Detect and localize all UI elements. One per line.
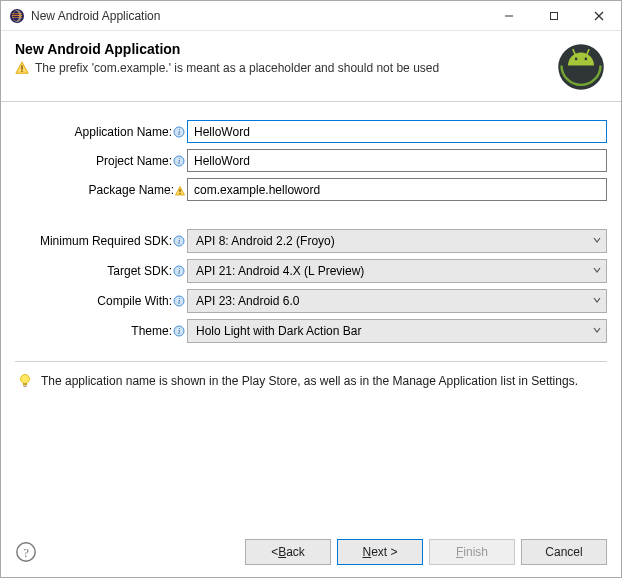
compile-with-select[interactable]: API 23: Android 6.0	[187, 289, 607, 313]
label-project-name: Project Name:	[96, 154, 172, 168]
back-button[interactable]: < Back	[245, 539, 331, 565]
info-icon[interactable]: i	[173, 235, 185, 247]
label-min-sdk: Minimum Required SDK:	[40, 234, 172, 248]
svg-point-33	[21, 375, 30, 384]
chevron-down-icon	[592, 264, 602, 278]
svg-text:i: i	[178, 297, 180, 306]
window-title: New Android Application	[31, 9, 486, 23]
svg-point-17	[585, 58, 588, 61]
label-application-name: Application Name:	[75, 125, 172, 139]
maximize-button[interactable]	[531, 1, 576, 30]
banner-heading: New Android Application	[15, 41, 547, 57]
label-theme: Theme:	[131, 324, 172, 338]
svg-rect-23	[179, 189, 180, 192]
svg-point-13	[558, 44, 604, 90]
cancel-button[interactable]: Cancel	[521, 539, 607, 565]
application-name-field[interactable]	[187, 120, 607, 143]
finish-button: Finish	[429, 539, 515, 565]
min-sdk-value: API 8: Android 2.2 (Froyo)	[196, 234, 592, 248]
titlebar: New Android Application	[1, 1, 621, 31]
minimize-button[interactable]	[486, 1, 531, 30]
android-icon	[555, 41, 607, 93]
wizard-banner: New Android Application The prefix 'com.…	[1, 31, 621, 102]
warning-icon	[175, 185, 185, 195]
svg-rect-5	[12, 17, 22, 18]
info-icon[interactable]: i	[173, 155, 185, 167]
min-sdk-select[interactable]: API 8: Android 2.2 (Froyo)	[187, 229, 607, 253]
compile-with-value: API 23: Android 6.0	[196, 294, 592, 308]
svg-rect-4	[12, 13, 22, 14]
svg-rect-24	[179, 193, 180, 194]
svg-text:i: i	[178, 157, 180, 166]
warning-icon	[15, 61, 29, 75]
chevron-down-icon	[592, 294, 602, 308]
target-sdk-select[interactable]: API 21: Android 4.X (L Preview)	[187, 259, 607, 283]
info-icon[interactable]: i	[173, 265, 185, 277]
svg-text:i: i	[178, 267, 180, 276]
svg-point-16	[575, 58, 578, 61]
lightbulb-icon	[17, 373, 33, 389]
project-name-field[interactable]	[187, 149, 607, 172]
label-package-name: Package Name:	[89, 183, 174, 197]
label-target-sdk: Target SDK:	[107, 264, 172, 278]
chevron-down-icon	[592, 324, 602, 338]
svg-text:i: i	[178, 327, 180, 336]
svg-rect-3	[12, 15, 22, 16]
close-button[interactable]	[576, 1, 621, 30]
button-bar: ? < Back Next > Finish Cancel	[1, 529, 621, 577]
chevron-down-icon	[592, 234, 602, 248]
svg-text:?: ?	[23, 546, 29, 560]
theme-value: Holo Light with Dark Action Bar	[196, 324, 592, 338]
wizard-content: Application Name: i Project Name: i Pack…	[1, 102, 621, 529]
hint-text: The application name is shown in the Pla…	[41, 372, 578, 390]
info-icon[interactable]: i	[173, 126, 185, 138]
svg-rect-11	[21, 65, 22, 69]
svg-rect-34	[23, 383, 27, 386]
package-name-field[interactable]	[187, 178, 607, 201]
help-icon[interactable]: ?	[15, 541, 37, 563]
svg-rect-12	[21, 71, 22, 72]
eclipse-icon	[9, 8, 25, 24]
svg-text:i: i	[178, 128, 180, 137]
label-compile-with: Compile With:	[97, 294, 172, 308]
dialog-window: New Android Application New Android Appl…	[0, 0, 622, 578]
next-button[interactable]: Next >	[337, 539, 423, 565]
target-sdk-value: API 21: Android 4.X (L Preview)	[196, 264, 592, 278]
svg-rect-7	[550, 12, 557, 19]
info-icon[interactable]: i	[173, 295, 185, 307]
banner-warning-row: The prefix 'com.example.' is meant as a …	[15, 61, 547, 75]
info-icon[interactable]: i	[173, 325, 185, 337]
hint-block: The application name is shown in the Pla…	[15, 372, 607, 390]
separator	[15, 361, 607, 362]
svg-text:i: i	[178, 237, 180, 246]
banner-warning-text: The prefix 'com.example.' is meant as a …	[35, 61, 439, 75]
theme-select[interactable]: Holo Light with Dark Action Bar	[187, 319, 607, 343]
